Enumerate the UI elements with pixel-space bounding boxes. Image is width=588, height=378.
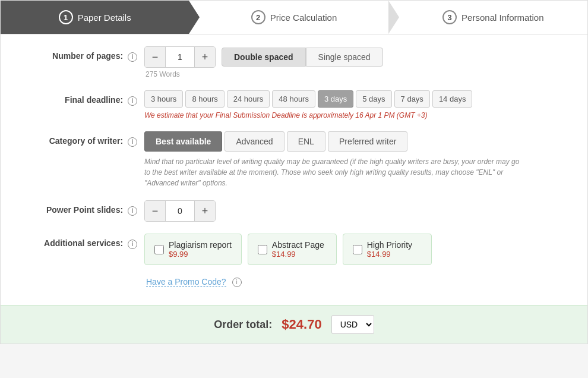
writer-info-icon[interactable]: i [128,137,137,147]
writer-controls: Best available Advanced ENL Preferred wr… [144,131,570,188]
step-paper-details[interactable]: 1 Paper Details [1,1,189,34]
services-info-icon[interactable]: i [128,240,137,249]
service-high-priority-checkbox[interactable] [353,245,362,254]
writer-note: Mind that no particular level of writing… [144,156,524,188]
writer-row: Category of writer: i Best available Adv… [18,131,570,188]
deadline-5days[interactable]: 5 days [356,90,391,108]
words-hint: 275 Words [146,70,570,78]
steps-header: 1 Paper Details 2 Price Calculation 3 Pe… [1,1,587,34]
service-plagiarism-name: Plagiarism report [169,240,232,250]
service-high-priority[interactable]: High Priority $14.99 [343,234,432,265]
deadline-3hours[interactable]: 3 hours [144,90,183,108]
pages-label: Number of pages: i [18,46,137,62]
single-spaced-button[interactable]: Single spaced [306,48,383,67]
deadline-estimate-date: 16 Apr 1 PM (GMT +3) [355,111,427,119]
slides-decrement-button[interactable]: − [145,201,165,221]
writer-best-available[interactable]: Best available [144,131,222,152]
service-high-priority-price: $14.99 [367,250,412,259]
writer-enl[interactable]: ENL [287,131,325,152]
deadline-3days[interactable]: 3 days [318,90,353,108]
currency-select[interactable]: USD EUR GBP [331,315,374,334]
step-circle-3: 3 [442,10,457,24]
order-total-value: $24.70 [282,317,321,332]
step-circle-1: 1 [59,10,73,24]
service-abstract-checkbox[interactable] [258,245,267,254]
pages-decrement-button[interactable]: − [145,47,165,67]
services-row: Additional services: i Plagiarism report… [18,234,570,265]
promo-info-icon[interactable]: i [232,278,242,287]
services-list: Plagiarism report $9.99 Abstract Page $1… [144,234,570,265]
promo-row: Have a Promo Code? i [18,277,570,287]
step-personal-info[interactable]: 3 Personal Information [399,1,587,34]
step-label-1: Paper Details [78,12,131,23]
deadline-24hours[interactable]: 24 hours [227,90,270,108]
step-label-3: Personal Information [461,12,543,23]
order-footer: Order total: $24.70 USD EUR GBP [1,305,587,344]
service-plagiarism-price: $9.99 [169,250,232,259]
writer-preferred[interactable]: Preferred writer [328,131,407,152]
spacing-buttons: Double spaced Single spaced [222,48,383,67]
slides-info-icon[interactable]: i [128,206,137,216]
step-label-2: Price Calculation [270,12,337,23]
step-price-calculation[interactable]: 2 Price Calculation [200,1,388,34]
deadline-7days[interactable]: 7 days [394,90,430,108]
main-container: 1 Paper Details 2 Price Calculation 3 Pe… [0,0,588,344]
slides-stepper: − + [144,200,216,222]
pages-info-icon[interactable]: i [128,52,137,62]
promo-link[interactable]: Have a Promo Code? [146,277,226,287]
pages-row: Number of pages: i − + Double spaced Sin… [18,46,570,78]
slides-controls: − + [144,200,570,222]
double-spaced-button[interactable]: Double spaced [222,48,306,67]
service-abstract-price: $14.99 [272,250,324,259]
service-plagiarism-checkbox[interactable] [154,245,164,254]
pages-value-input[interactable] [165,47,195,67]
pages-controls: − + Double spaced Single spaced 275 Word… [144,46,570,78]
services-controls: Plagiarism report $9.99 Abstract Page $1… [144,234,570,265]
form-content: Number of pages: i − + Double spaced Sin… [1,34,587,305]
service-plagiarism[interactable]: Plagiarism report $9.99 [144,234,242,265]
service-abstract-name: Abstract Page [272,240,324,250]
writer-buttons: Best available Advanced ENL Preferred wr… [144,131,570,152]
step-arrow-2 [388,1,399,34]
pages-increment-button[interactable]: + [195,47,215,67]
deadline-estimate: We estimate that your Final Submission D… [144,111,570,119]
slides-label: Power Point slides: i [18,200,137,216]
deadline-label: Final deadline: i [18,90,137,106]
step-arrow-1 [189,1,200,34]
service-high-priority-name: High Priority [367,240,412,250]
slides-row: Power Point slides: i − + [18,200,570,222]
deadline-row: Final deadline: i 3 hours 8 hours 24 hou… [18,90,570,119]
pages-stepper: − + [144,46,216,68]
deadline-controls: 3 hours 8 hours 24 hours 48 hours 3 days… [144,90,570,119]
services-label: Additional services: i [18,234,137,249]
deadline-8hours[interactable]: 8 hours [185,90,224,108]
step-circle-2: 2 [251,10,265,24]
slides-increment-button[interactable]: + [195,201,215,221]
deadline-info-icon[interactable]: i [128,96,137,106]
writer-advanced[interactable]: Advanced [225,131,284,152]
writer-label: Category of writer: i [18,131,137,147]
deadline-14days[interactable]: 14 days [432,90,473,108]
slides-value-input[interactable] [165,201,195,221]
deadline-48hours[interactable]: 48 hours [272,90,315,108]
order-total-label: Order total: [214,319,272,331]
service-abstract[interactable]: Abstract Page $14.99 [248,234,337,265]
deadline-buttons: 3 hours 8 hours 24 hours 48 hours 3 days… [144,90,570,108]
